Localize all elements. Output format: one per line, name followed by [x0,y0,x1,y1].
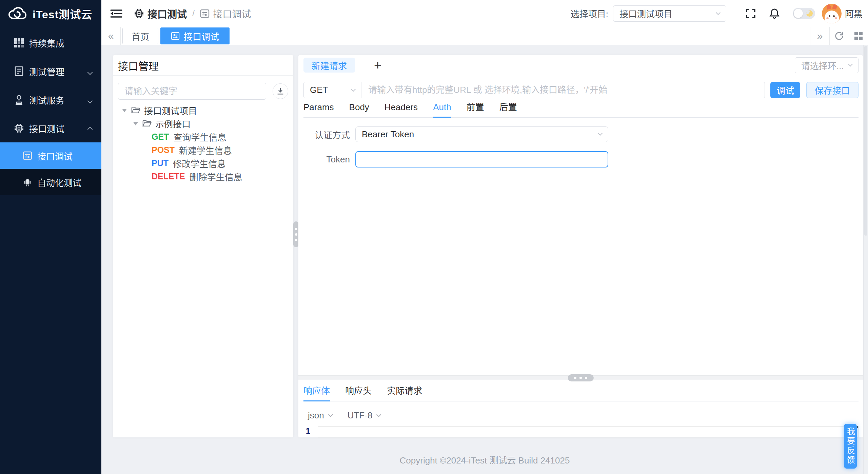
request-tab-new[interactable]: 新建请求 [303,58,355,73]
request-panel: 新建请求 + 请选择环... GET 调试 保存接口 [298,55,863,437]
tab-pre-script[interactable]: 前置 [467,100,484,117]
sidebar-item-automation-test[interactable]: 自动化测试 [0,169,101,195]
sidebar-item-label: 接口测试 [29,122,64,135]
chevron-down-icon [848,62,853,66]
chevron-down-icon [328,412,333,417]
panel-title: 接口管理 [118,58,159,73]
chevron-down-icon [376,412,381,417]
tree-node-api-delete[interactable]: DELETE 删除学生信息 [113,170,293,183]
search-row [118,83,288,100]
token-row: Token [298,151,863,167]
request-tab-label: 新建请求 [312,59,347,72]
chip-icon [14,123,24,133]
tab-post-script[interactable]: 后置 [499,100,517,117]
project-select[interactable]: 接口测试项目 [613,5,726,22]
sidebar-item-test-management[interactable]: 测试管理 [0,57,101,85]
format-select[interactable]: json [308,410,324,421]
sidebar: iTest测试云 持续集成 [0,0,101,474]
stamp-icon [14,95,24,105]
tab-headers[interactable]: Headers [384,102,418,117]
fullscreen-icon[interactable] [745,8,756,19]
username[interactable]: 阿黑 [845,7,863,20]
sidebar-item-api-debug[interactable]: 接口调试 [0,142,101,169]
project-select-label: 选择项目: [571,7,608,20]
tab-actual-request[interactable]: 实际请求 [387,384,422,401]
chevron-down-icon [88,66,92,77]
tab-response-headers[interactable]: 响应头 [345,384,372,401]
chevron-down-icon [88,95,92,105]
request-url-input[interactable] [361,82,765,98]
request-url-row: GET 调试 保存接口 [303,82,859,98]
tree-node-label: 新建学生信息 [179,144,232,156]
copyright-footer: Copyright ©2024-iTest 测试云 Build 241025 [101,453,868,466]
tab-response-body[interactable]: 响应体 [303,384,330,401]
sidebar-item-label: 测试服务 [29,94,64,106]
tree-node-project[interactable]: 接口测试项目 [113,104,293,117]
method-badge: GET [152,132,169,142]
tree-node-label: 查询学生信息 [173,131,226,143]
response-editor[interactable]: 1 [298,426,863,437]
add-request-tab-button[interactable]: + [374,59,381,72]
refresh-icon[interactable] [829,27,849,45]
toggle-knob [794,9,803,18]
http-method-select[interactable]: GET [303,82,361,98]
save-api-button[interactable]: 保存接口 [806,82,859,98]
scrollbar-thumb[interactable] [864,46,867,236]
import-download-button[interactable] [273,83,288,99]
scroll-tabs-left-icon[interactable]: « [101,27,121,45]
sidebar-item-test-service[interactable]: 测试服务 [0,85,101,114]
cloud-logo-icon [7,5,28,22]
notification-bell-icon[interactable] [769,8,780,19]
caret-down-icon[interactable] [133,122,138,125]
token-input[interactable] [355,151,608,167]
sidebar-item-api-test[interactable]: 接口测试 [0,114,101,142]
api-card-icon [171,32,180,40]
tree-node-api-get[interactable]: GET 查询学生信息 [113,130,293,143]
tree-node-label: 示例接口 [155,117,191,130]
breadcrumb-separator: / [192,8,195,19]
tab-api-debug-label: 接口调试 [184,30,219,42]
tab-api-debug[interactable]: 接口调试 [160,27,230,44]
feedback-button[interactable]: 我要反馈 [844,424,857,469]
folder-icon [131,106,140,115]
keyword-search-input[interactable] [118,83,266,100]
tree-node-api-put[interactable]: PUT 修改学生信息 [113,157,293,170]
top-header: 接口测试 / 接口调试 选择项目: 接口测试项目 [101,0,868,27]
tree-node-api-post[interactable]: POST 新建学生信息 [113,143,293,157]
code-line[interactable] [318,426,859,437]
environment-select[interactable]: 请选择环... [795,57,859,73]
chevron-down-icon [716,10,721,15]
caret-down-icon[interactable] [122,109,127,112]
token-label: Token [298,154,350,165]
encoding-select[interactable]: UTF-8 [348,410,373,421]
breadcrumb-section: 接口测试 [147,6,187,21]
tab-params[interactable]: Params [303,102,334,117]
splitter-handle[interactable] [568,374,594,381]
tab-body[interactable]: Body [349,102,369,117]
user-avatar[interactable] [822,4,842,23]
line-number: 1 [298,426,318,437]
tree-node-label: 接口测试项目 [144,104,197,117]
splitter-handle[interactable] [293,221,299,247]
layout-grid-icon[interactable] [849,27,868,45]
tab-home[interactable]: 首页 [122,28,158,44]
tree-node-folder[interactable]: 示例接口 [113,117,293,130]
debug-button[interactable]: 调试 [770,82,800,98]
app-root: iTest测试云 持续集成 [0,0,868,474]
chevron-down-icon [351,87,356,92]
collapse-sidebar-icon[interactable] [110,8,123,19]
download-icon [276,87,285,96]
page-scrollbar[interactable] [863,45,868,474]
api-card-icon [200,9,210,18]
logo-text: iTest测试云 [33,6,92,21]
response-tabs: 响应体 响应头 实际请求 [303,386,859,401]
sidebar-item-label: 自动化测试 [37,176,81,189]
method-badge: PUT [152,158,169,168]
tab-auth[interactable]: Auth [433,102,451,117]
auth-form: 认证方式 Bearer Token Token [298,118,863,177]
dark-mode-toggle[interactable] [793,8,815,19]
app-logo[interactable]: iTest测试云 [0,0,101,27]
scroll-tabs-right-icon[interactable]: » [810,27,829,45]
auth-method-select[interactable]: Bearer Token [355,126,608,142]
sidebar-item-ci[interactable]: 持续集成 [0,28,101,57]
